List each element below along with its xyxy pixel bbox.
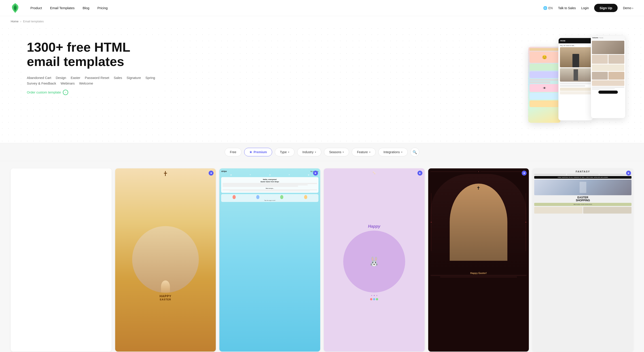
tag-easter[interactable]: Easter: [71, 76, 80, 80]
tag-welcome[interactable]: Welcome: [79, 82, 93, 85]
filter-feature-label: Feature: [357, 150, 368, 154]
filter-seasons-label: Seasons: [329, 150, 341, 154]
filter-type[interactable]: Type ▾: [275, 148, 294, 156]
filter-industry-label: Industry: [302, 150, 314, 154]
chevron-right-icon: ›: [632, 6, 633, 10]
arrow-circle-icon: ›: [63, 90, 68, 95]
hero-card-left: 😊 👁: [528, 47, 560, 123]
search-icon: 🔍: [412, 150, 417, 154]
breadcrumb-current: Email templates: [23, 20, 44, 23]
breadcrumb-separator: ›: [20, 20, 21, 23]
search-button[interactable]: 🔍: [410, 148, 419, 156]
filter-feature[interactable]: Feature ▾: [352, 148, 376, 156]
template-card-bunny[interactable]: ★ 🦴 Happy 🐰 ✦ ★ ✦: [324, 168, 425, 352]
breadcrumb: Home › Email templates: [0, 16, 644, 26]
signup-button[interactable]: Sign Up: [594, 4, 618, 12]
template-card-easter-stripo[interactable]: ★ stripo My account ❄ ❄ ❄ ❄ ❄ Hello, eve…: [219, 168, 320, 352]
chevron-down-icon-integrations: ▾: [401, 151, 402, 154]
tag-survey-feedback[interactable]: Survey & Feedback: [27, 82, 56, 85]
tag-spring[interactable]: Spring: [145, 76, 155, 80]
demo-button[interactable]: Demo ›: [623, 6, 633, 10]
navbar: Product Email Templates Blog Pricing 🌐 E…: [0, 0, 644, 16]
templates-section: ★ HAPPY EASTER ★ stripo My account: [0, 161, 644, 352]
filter-seasons[interactable]: Seasons ▾: [324, 148, 349, 156]
nav-right: 🌐 EN Talk to Sales Login Sign Up Demo ›: [543, 4, 633, 12]
filter-type-label: Type: [280, 150, 287, 154]
order-custom-template-label: Order custom template: [27, 90, 61, 94]
premium-badge-2: ★: [313, 171, 318, 176]
hero-left: 1300+ free HTML email templates Abandone…: [27, 36, 161, 95]
language-label: EN: [548, 6, 552, 10]
demo-label: Demo: [623, 6, 631, 10]
filter-industry[interactable]: Industry ▾: [297, 148, 321, 156]
tag-signature[interactable]: Signature: [126, 76, 141, 80]
premium-badge: ★: [209, 171, 214, 176]
hero-card-mid: ROSE Hey, we need to talk...: [558, 38, 593, 120]
nav-email-templates[interactable]: Email Templates: [50, 6, 75, 10]
logo[interactable]: [11, 3, 20, 14]
filter-free[interactable]: Free: [225, 148, 242, 156]
talk-to-sales-button[interactable]: Talk to Sales: [558, 6, 576, 10]
filter-integrations[interactable]: Integrations ▾: [378, 148, 408, 156]
hero-tags: Abandoned Cart Design Easter Password Re…: [27, 76, 161, 85]
template-card-blank[interactable]: [11, 168, 112, 352]
tag-sales[interactable]: Sales: [114, 76, 122, 80]
filter-premium-label: Premium: [254, 150, 267, 154]
filter-bar: Free ★ Premium Type ▾ Industry ▾ Seasons…: [0, 143, 644, 161]
hero-card-right: Autumn Trends: [591, 36, 626, 118]
globe-icon: 🌐: [543, 6, 548, 10]
tag-abandoned-cart[interactable]: Abandoned Cart: [27, 76, 51, 80]
chevron-down-icon-industry: ▾: [315, 151, 316, 154]
breadcrumb-home[interactable]: Home: [11, 20, 18, 23]
hero-images: 😊 👁 ROSE Hey, we need to talk...: [522, 36, 633, 130]
chevron-down-icon-seasons: ▾: [342, 151, 344, 154]
premium-badge-5: ★: [626, 171, 631, 176]
templates-grid: ★ HAPPY EASTER ★ stripo My account: [11, 168, 633, 352]
hero-title: 1300+ free HTML email templates: [27, 40, 161, 69]
nav-pricing[interactable]: Pricing: [98, 6, 108, 10]
filter-free-label: Free: [230, 150, 236, 154]
chevron-down-icon-feature: ▾: [369, 151, 370, 154]
tag-webinars[interactable]: Webinars: [60, 82, 75, 85]
nav-left: Product Email Templates Blog Pricing: [11, 3, 108, 14]
order-custom-template-link[interactable]: Order custom template ›: [27, 90, 161, 95]
template-card-easter-dark[interactable]: ★ ❧ ✝: [428, 168, 529, 352]
template-card-fantasy-easter[interactable]: ★ FANTASY FREE SHIPPING ON ALL ORDERS OF…: [532, 168, 633, 352]
premium-badge-3: ★: [418, 171, 422, 176]
filter-premium[interactable]: ★ Premium: [244, 148, 272, 156]
hero-section: 1300+ free HTML email templates Abandone…: [0, 26, 644, 143]
language-button[interactable]: 🌐 EN: [543, 6, 552, 10]
login-button[interactable]: Login: [581, 6, 589, 10]
tag-design[interactable]: Design: [56, 76, 66, 80]
template-card-happy-easter[interactable]: ★ HAPPY EASTER: [115, 168, 216, 352]
star-icon: ★: [249, 150, 252, 154]
nav-product[interactable]: Product: [30, 6, 42, 10]
tag-password-reset[interactable]: Password Reset: [85, 76, 109, 80]
nav-blog[interactable]: Blog: [82, 6, 89, 10]
filter-integrations-label: Integrations: [384, 150, 400, 154]
chevron-down-icon: ▾: [288, 151, 289, 154]
